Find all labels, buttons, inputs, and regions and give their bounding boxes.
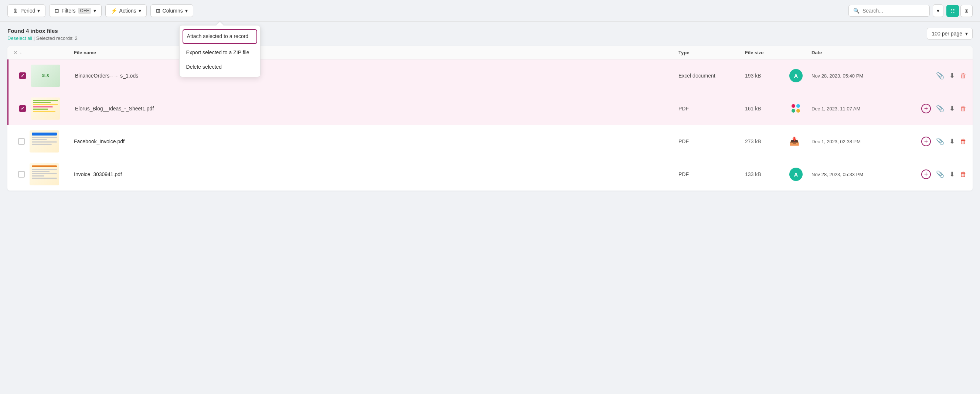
delete-action-2[interactable]: 🗑 xyxy=(960,105,967,113)
file-thumbnail-3 xyxy=(30,130,59,153)
filename-4: Invoice_3030941.pdf xyxy=(74,172,678,177)
filetype-3: PDF xyxy=(678,138,745,145)
row-checkbox-2[interactable] xyxy=(19,105,26,112)
dropdown-attach-item[interactable]: Attach selected to a record xyxy=(183,29,257,44)
info-bar: Found 4 inbox files Deselect all | Selec… xyxy=(7,28,973,41)
header-checkbox-area: ✕ ↓ xyxy=(13,50,30,56)
slack-avatar-2 xyxy=(789,102,803,115)
col-header-date: Date xyxy=(811,50,908,56)
filters-label: Filters xyxy=(61,8,75,14)
type-col-label: Type xyxy=(678,50,689,56)
search-icon: 🔍 xyxy=(853,8,859,14)
dropdown-delete-item[interactable]: Delete selected xyxy=(180,60,260,75)
table-row: Elorus_Blog__Ideas_-_Sheet1.pdf PDF 161 … xyxy=(7,92,973,125)
sort-icon: ↓ xyxy=(19,50,22,56)
table-row: Invoice_3030941.pdf PDF 133 kB A Nov 28,… xyxy=(7,158,973,191)
delete-action-4[interactable]: 🗑 xyxy=(960,171,967,178)
file-thumbnail-2 xyxy=(31,97,60,120)
add-action-3[interactable]: + xyxy=(921,137,931,146)
row-actions-1: 📎 ⬇ 🗑 xyxy=(908,71,967,80)
inbox-icon-3: 📥 xyxy=(789,137,799,146)
filters-button[interactable]: ⊟ Filters OFF ▾ xyxy=(49,5,101,17)
filesize-2: 161 kB xyxy=(745,106,789,111)
table-row: XLS BinanceOrders-- ··· s_1.ods Excel do… xyxy=(7,59,973,92)
filename-text-4: Invoice_3030941.pdf xyxy=(74,172,122,177)
add-action-4[interactable]: + xyxy=(921,170,931,179)
filename-text-3: Facebook_Invoice.pdf xyxy=(74,138,124,145)
attach-action-1[interactable]: 📎 xyxy=(936,71,944,80)
lightning-icon: ⚡ xyxy=(111,8,117,14)
avatar-wrap-3: 📥 xyxy=(789,137,811,146)
per-page-select[interactable]: 100 per page ▾ xyxy=(927,28,973,40)
period-label: Period xyxy=(20,8,35,14)
filename-text-2: Elorus_Blog__Ideas_-_Sheet1.pdf xyxy=(75,106,154,111)
search-dropdown-btn[interactable]: ▾ xyxy=(933,5,943,17)
actions-label: Actions xyxy=(119,8,136,14)
attach-action-4[interactable]: 📎 xyxy=(936,170,944,178)
columns-icon: ⊞ xyxy=(156,8,161,14)
deselect-link[interactable]: Deselect all xyxy=(7,35,32,41)
search-input[interactable] xyxy=(862,8,922,14)
filesize-4: 133 kB xyxy=(745,172,789,177)
download-action-1[interactable]: ⬇ xyxy=(949,71,955,80)
filename-col-label: File name xyxy=(74,50,96,56)
actions-dropdown: Attach selected to a record Export selec… xyxy=(179,25,261,77)
avatar-4: A xyxy=(789,168,803,181)
checkbox-wrap-1 xyxy=(14,72,31,79)
row-checkbox-3[interactable] xyxy=(18,138,25,145)
checkbox-wrap-2 xyxy=(14,105,31,112)
download-action-2[interactable]: ⬇ xyxy=(949,105,955,113)
delete-action-1[interactable]: 🗑 xyxy=(960,72,967,80)
filetype-4: PDF xyxy=(678,172,745,177)
filedate-4: Nov 28, 2023, 05:33 PM xyxy=(811,172,908,177)
filetype-2: PDF xyxy=(678,106,745,111)
col-header-filename: File name xyxy=(74,50,678,56)
row-checkbox-4[interactable] xyxy=(18,171,25,178)
filesize-1: 193 kB xyxy=(745,73,789,79)
view-toggle: ☷ ⊞ xyxy=(947,5,973,17)
calendar-icon: 🗓 xyxy=(13,8,18,14)
attach-action-2[interactable]: 📎 xyxy=(936,105,944,113)
selected-records-text: Selected records: 2 xyxy=(36,35,78,41)
download-action-4[interactable]: ⬇ xyxy=(949,170,955,178)
columns-button[interactable]: ⊞ Columns ▾ xyxy=(150,5,193,17)
toolbar: 🗓 Period ▾ ⊟ Filters OFF ▾ ⚡ Actions ▾ A… xyxy=(0,0,980,22)
avatar-wrap-2 xyxy=(789,102,811,115)
filedate-2: Dec 1, 2023, 11:07 AM xyxy=(811,106,908,111)
per-page-label: 100 per page xyxy=(932,31,962,37)
attach-action-3[interactable]: 📎 xyxy=(936,137,944,146)
filename-3: Facebook_Invoice.pdf xyxy=(74,138,678,145)
pdf-thumb-3 xyxy=(30,130,59,153)
table-header: ✕ ↓ File name Type File size Date xyxy=(7,46,973,59)
filename-1: BinanceOrders-- ··· s_1.ods xyxy=(75,73,678,79)
row-checkbox-1[interactable] xyxy=(19,72,26,79)
filedate-3: Dec 1, 2023, 02:38 PM xyxy=(811,139,908,145)
delete-item-label: Delete selected xyxy=(186,64,222,70)
separator: | xyxy=(33,35,36,41)
actions-button[interactable]: ⚡ Actions ▾ xyxy=(105,5,147,17)
period-chevron: ▾ xyxy=(37,8,40,14)
row-actions-3: + 📎 ⬇ 🗑 xyxy=(908,137,967,146)
filters-badge: OFF xyxy=(78,8,91,14)
deselect-all-icon[interactable]: ✕ xyxy=(13,50,18,56)
dropdown-export-item[interactable]: Export selected to a ZIP file xyxy=(180,45,260,60)
filters-chevron: ▾ xyxy=(94,8,96,14)
filesize-3: 273 kB xyxy=(745,138,789,145)
export-item-label: Export selected to a ZIP file xyxy=(186,49,250,56)
attach-item-label: Attach selected to a record xyxy=(187,33,249,39)
delete-action-3[interactable]: 🗑 xyxy=(960,138,967,146)
columns-label: Columns xyxy=(162,8,183,14)
add-action-2[interactable]: + xyxy=(921,104,931,113)
grid-view-icon: ⊞ xyxy=(964,8,969,14)
main-content: Found 4 inbox files Deselect all | Selec… xyxy=(0,22,980,197)
columns-chevron: ▾ xyxy=(185,8,188,14)
download-action-3[interactable]: ⬇ xyxy=(949,137,955,146)
grid-view-button[interactable]: ⊞ xyxy=(961,5,973,17)
found-text: Found 4 inbox files xyxy=(7,28,78,34)
table-row: Facebook_Invoice.pdf PDF 273 kB 📥 Dec 1,… xyxy=(7,125,973,158)
checkbox-wrap-4 xyxy=(13,171,30,178)
list-view-button[interactable]: ☷ xyxy=(947,5,959,17)
period-button[interactable]: 🗓 Period ▾ xyxy=(7,5,45,17)
filesize-col-label: File size xyxy=(745,50,764,56)
checkbox-wrap-3 xyxy=(13,138,30,145)
